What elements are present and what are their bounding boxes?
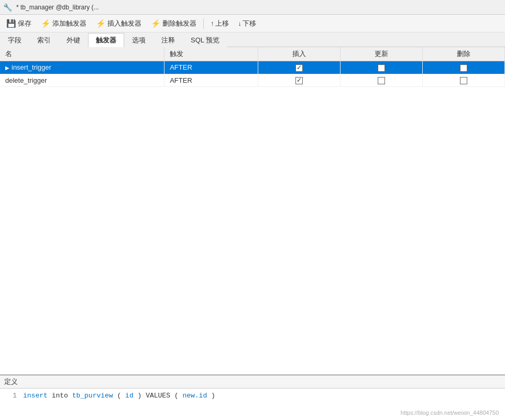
checkbox-delete[interactable] [460,64,467,72]
cell-name: delete_trigger [0,74,164,87]
checkbox-update[interactable] [378,64,385,72]
col-update: 更新 [341,47,423,61]
cell-update[interactable] [341,61,423,74]
up-arrow-icon: ↑ [211,19,214,27]
code-content: insert into tb_purview ( id ) VALUES ( n… [23,392,215,400]
cell-timing: AFTER [164,61,258,74]
table-row[interactable]: ▶insert_triggerAFTER [0,61,505,74]
table-header-row: 名 触发 插入 更新 删除 [0,47,505,61]
code-paren4: ) [211,392,215,400]
cell-delete[interactable] [423,61,505,74]
delete-trigger-label: 删除触发器 [162,19,196,28]
cell-delete[interactable] [423,74,505,87]
cell-timing: AFTER [164,74,258,87]
code-paren1: ( [117,392,121,400]
tab-options[interactable]: 选项 [124,33,153,47]
code-new-id: new.id [182,392,207,400]
delete-trigger-button[interactable]: ⚡ 删除触发器 [147,17,201,30]
tab-triggers[interactable]: 触发器 [88,33,124,47]
col-timing: 触发 [164,47,258,61]
code-table: tb_purview [72,392,113,400]
col-delete: 删除 [423,47,505,61]
toolbar-separator [203,18,204,29]
bottom-panel: 定义 1 insert into tb_purview ( id ) VALUE… [0,374,505,420]
col-insert: 插入 [258,47,341,61]
tab-comments[interactable]: 注释 [153,33,183,47]
toolbar: 💾 保存 ⚡ 添加触发器 ⚡ 插入触发器 ⚡ 删除触发器 ↑ 上移 ↓ 下移 [0,15,505,32]
row-arrow: ▶ [5,65,9,71]
insert-trigger-label: 插入触发器 [107,19,141,28]
save-button[interactable]: 💾 保存 [2,17,36,30]
add-trigger-label: 添加触发器 [52,19,86,28]
move-up-label: 上移 [215,19,229,28]
move-up-button[interactable]: ↑ 上移 [206,17,233,30]
save-icon: 💾 [6,19,16,28]
main-container: 🔧 * tb_manager @db_library (... 💾 保存 ⚡ 添… [0,0,505,420]
move-down-button[interactable]: ↓ 下移 [234,17,261,30]
tab-foreign[interactable]: 外键 [59,33,88,47]
save-label: 保存 [18,19,31,28]
cell-name: ▶insert_trigger [0,61,164,74]
keyword-insert: insert [23,392,48,400]
title-icon: 🔧 [3,3,12,12]
tab-fields[interactable]: 字段 [0,33,29,47]
code-into: into [52,392,72,400]
insert-trigger-button[interactable]: ⚡ 插入触发器 [92,17,146,30]
tab-index[interactable]: 索引 [29,33,59,47]
trigger-table-area: 名 触发 插入 更新 删除 ▶insert_triggerAFTERdelete… [0,47,505,374]
move-down-label: 下移 [243,19,256,28]
content-area: 名 触发 插入 更新 删除 ▶insert_triggerAFTERdelete… [0,47,505,420]
checkbox-insert[interactable] [295,64,303,72]
code-values-kw: VALUES [146,392,170,400]
code-paren2: ) [138,392,142,400]
delete-trigger-icon: ⚡ [151,19,161,28]
line-number: 1 [6,392,17,400]
code-line-1: 1 insert into tb_purview ( id ) VALUES (… [6,392,499,400]
code-paren3: ( [174,392,179,400]
title-bar: 🔧 * tb_manager @db_library (... [0,0,505,15]
cell-insert[interactable] [258,74,341,87]
tab-sql[interactable]: SQL 预览 [183,33,227,47]
bottom-panel-content[interactable]: 1 insert into tb_purview ( id ) VALUES (… [0,389,505,420]
code-col: id [125,392,134,400]
checkbox-delete[interactable] [460,77,467,84]
table-row[interactable]: delete_triggerAFTER [0,74,505,87]
checkbox-update[interactable] [378,77,385,84]
title-text: * tb_manager @db_library (... [16,4,99,11]
cell-insert[interactable] [258,61,341,74]
cell-update[interactable] [341,74,423,87]
down-arrow-icon: ↓ [238,19,242,27]
add-trigger-button[interactable]: ⚡ 添加触发器 [37,17,91,30]
bottom-panel-header: 定义 [0,375,505,389]
definition-label: 定义 [4,377,18,386]
tabs-row: 字段 索引 外键 触发器 选项 注释 SQL 预览 [0,32,505,47]
col-name: 名 [0,47,164,61]
insert-trigger-icon: ⚡ [96,19,106,28]
add-trigger-icon: ⚡ [41,19,51,28]
checkbox-insert[interactable] [295,77,303,84]
trigger-table: 名 触发 插入 更新 删除 ▶insert_triggerAFTERdelete… [0,47,505,87]
